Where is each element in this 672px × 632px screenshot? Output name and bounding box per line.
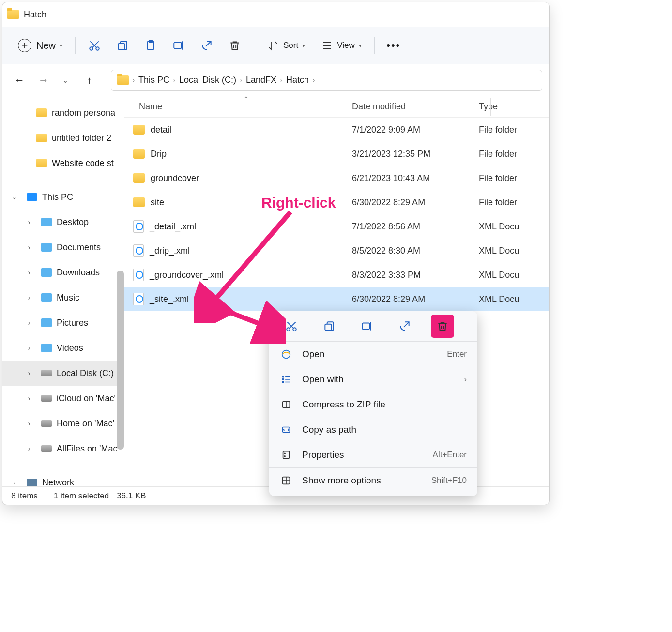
context-menu-item[interactable]: Show more optionsShift+F10 xyxy=(269,468,477,493)
file-row[interactable]: groundcover6/21/2023 10:43 AMFile folder xyxy=(124,166,549,190)
column-date[interactable]: Date modified xyxy=(352,102,479,112)
drive-icon xyxy=(41,370,52,376)
copy-button[interactable] xyxy=(110,35,135,56)
context-cut-button[interactable] xyxy=(280,315,303,338)
view-button[interactable]: View ▾ xyxy=(315,35,367,56)
context-action-row xyxy=(269,311,477,341)
folder-icon xyxy=(133,173,145,183)
recent-button[interactable]: ⌄ xyxy=(62,76,73,84)
status-count: 8 items xyxy=(11,491,38,501)
context-delete-button[interactable] xyxy=(431,315,454,338)
file-type: XML Docu xyxy=(479,294,549,304)
rows-container: detail7/1/2022 9:09 AMFile folderDrip3/2… xyxy=(124,118,549,311)
context-menu-item[interactable]: Open with› xyxy=(269,367,477,392)
sidebar-item-icloud[interactable]: ›iCloud on 'Mac' xyxy=(2,386,124,411)
file-name: _groundcover_.xml xyxy=(150,270,224,280)
file-row[interactable]: _groundcover_.xml8/3/2022 3:33 PMXML Doc… xyxy=(124,263,549,287)
file-name: _detail_.xml xyxy=(150,222,196,232)
cut-button[interactable] xyxy=(82,35,107,56)
rename-button[interactable] xyxy=(167,35,191,56)
sidebar-item-music[interactable]: ›Music xyxy=(2,285,124,310)
back-button[interactable]: ← xyxy=(14,74,25,87)
chevron-right-icon: › xyxy=(25,420,33,427)
ellipsis-icon: ••• xyxy=(387,39,400,52)
context-rename-button[interactable] xyxy=(355,315,379,338)
breadcrumb-item[interactable]: This PC xyxy=(138,75,169,85)
sidebar-network[interactable]: ›Network xyxy=(2,470,124,486)
music-icon xyxy=(41,293,52,302)
column-divider[interactable] xyxy=(364,98,364,116)
more-button[interactable]: ••• xyxy=(382,35,406,56)
sidebar-item-allfiles[interactable]: ›AllFiles on 'Mac' xyxy=(2,436,124,461)
xml-file-icon xyxy=(133,244,144,257)
scissors-icon xyxy=(88,39,101,52)
title-bar: Hatch xyxy=(2,2,549,27)
separator xyxy=(46,491,46,501)
sidebar-item-documents[interactable]: ›Documents xyxy=(2,235,124,260)
address-bar[interactable]: › This PC › Local Disk (C:) › LandFX › H… xyxy=(111,70,542,91)
view-label: View xyxy=(337,41,355,50)
window-title: Hatch xyxy=(24,10,46,20)
breadcrumb-item[interactable]: LandFX xyxy=(246,75,276,85)
context-menu-item[interactable]: Compress to ZIP file xyxy=(269,392,477,417)
column-name[interactable]: Name xyxy=(124,102,352,112)
sidebar-item-home[interactable]: ›Home on 'Mac' xyxy=(2,411,124,436)
column-type[interactable]: Type xyxy=(479,102,549,112)
new-button[interactable]: + New ▾ xyxy=(12,35,68,56)
context-menu-item[interactable]: PropertiesAlt+Enter xyxy=(269,442,477,467)
folder-icon xyxy=(7,10,19,19)
context-share-button[interactable] xyxy=(393,315,416,338)
sidebar-quick-item[interactable]: random persona xyxy=(2,100,124,125)
clipboard-icon xyxy=(144,39,157,52)
context-menu-item[interactable]: Copy as path xyxy=(269,417,477,442)
column-divider[interactable] xyxy=(490,98,491,116)
folder-icon xyxy=(36,159,47,167)
file-row[interactable]: site6/30/2022 8:29 AMFile folder xyxy=(124,190,549,214)
file-date: 7/1/2022 9:09 AM xyxy=(352,125,479,135)
sort-caret-icon: ⌃ xyxy=(244,96,249,103)
file-type: File folder xyxy=(479,197,549,208)
chevron-right-icon: › xyxy=(25,445,33,452)
scrollbar-thumb[interactable] xyxy=(117,271,124,450)
sidebar-quick-item[interactable]: Website code st xyxy=(2,150,124,176)
status-selection: 1 item selected xyxy=(54,491,109,501)
drive-icon xyxy=(41,420,52,427)
svg-point-15 xyxy=(282,381,284,383)
share-button[interactable] xyxy=(195,35,219,56)
file-row[interactable]: Drip3/21/2023 12:35 PMFile folder xyxy=(124,142,549,166)
copy-icon xyxy=(116,39,129,52)
view-icon xyxy=(321,39,333,52)
svg-point-14 xyxy=(282,379,284,380)
sidebar-item-downloads[interactable]: ›Downloads xyxy=(2,260,124,285)
file-row[interactable]: _site_.xml6/30/2022 8:29 AMXML Docu xyxy=(124,287,549,311)
sidebar-item-pictures[interactable]: ›Pictures xyxy=(2,310,124,335)
svg-rect-11 xyxy=(362,323,369,330)
breadcrumb-item[interactable]: Local Disk (C:) xyxy=(179,75,236,85)
paste-button[interactable] xyxy=(138,35,163,56)
file-date: 8/5/2022 8:30 AM xyxy=(352,246,479,256)
sidebar-quick-item[interactable]: untitled folder 2 xyxy=(2,125,124,150)
sidebar-item-desktop[interactable]: ›Desktop xyxy=(2,210,124,235)
folder-icon xyxy=(133,197,145,207)
forward-button[interactable]: → xyxy=(38,74,49,87)
up-button[interactable]: ↑ xyxy=(87,74,97,87)
file-row[interactable]: detail7/1/2022 9:09 AMFile folder xyxy=(124,118,549,142)
nav-tree: random persona untitled folder 2 Website… xyxy=(2,96,124,486)
file-row[interactable]: _drip_.xml8/5/2022 8:30 AMXML Docu xyxy=(124,239,549,263)
file-date: 7/1/2022 8:56 AM xyxy=(352,222,479,232)
svg-point-19 xyxy=(284,453,285,454)
delete-button[interactable] xyxy=(223,35,247,56)
sidebar-item-videos[interactable]: ›Videos xyxy=(2,335,124,361)
context-menu-item[interactable]: OpenEnter xyxy=(269,342,477,367)
file-row[interactable]: _detail_.xml7/1/2022 8:56 AMXML Docu xyxy=(124,214,549,239)
sidebar-item-local-disk[interactable]: ›Local Disk (C:) xyxy=(2,361,124,386)
desktop-icon xyxy=(41,218,52,226)
breadcrumb-separator: › xyxy=(313,77,315,84)
file-date: 8/3/2022 3:33 PM xyxy=(352,270,479,280)
context-copy-button[interactable] xyxy=(318,315,341,338)
chevron-right-icon: › xyxy=(25,394,33,402)
sort-button[interactable]: Sort ▾ xyxy=(261,35,311,56)
separator xyxy=(374,37,375,54)
breadcrumb-item[interactable]: Hatch xyxy=(286,75,309,85)
sidebar-this-pc[interactable]: ⌄This PC xyxy=(2,184,124,210)
